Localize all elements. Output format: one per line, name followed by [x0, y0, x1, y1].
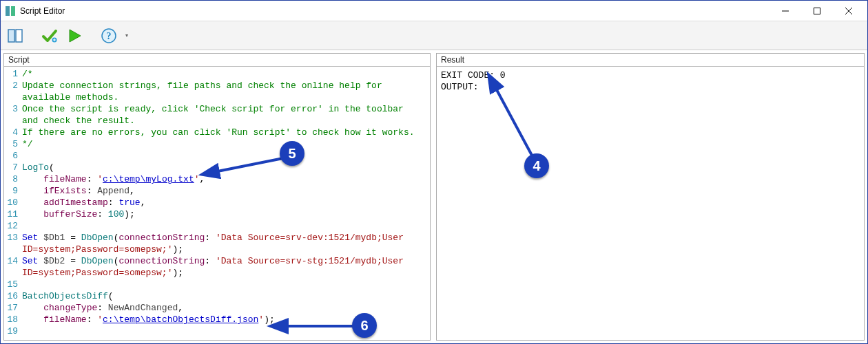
toggle-panel-button[interactable]	[5, 25, 25, 46]
line-number: 7	[4, 162, 22, 173]
line-number: 3	[4, 103, 22, 127]
close-button[interactable]	[833, 1, 865, 21]
code-content[interactable]	[22, 279, 430, 290]
script-panel-title: Script	[4, 54, 430, 66]
maximize-button[interactable]	[801, 1, 833, 21]
code-line[interactable]: 8 fileName: 'c:\temp\myLog.txt',	[4, 173, 430, 185]
content-area: Script 1/*2Update connection strings, fi…	[1, 50, 867, 343]
line-number: 2	[4, 80, 22, 103]
result-output: EXIT CODE: 0 OUTPUT:	[437, 66, 864, 340]
code-content[interactable]: fileName: 'c:\temp\myLog.txt',	[22, 173, 430, 185]
code-content[interactable]: */	[22, 138, 430, 150]
code-content[interactable]: Once the script is ready, click 'Check s…	[22, 103, 430, 127]
code-content[interactable]	[22, 220, 430, 232]
code-content[interactable]: If there are no errors, you can click 'R…	[22, 127, 430, 138]
code-content[interactable]: /*	[22, 68, 430, 80]
line-number: 16	[4, 290, 22, 302]
code-line[interactable]: 11 bufferSize: 100);	[4, 208, 430, 220]
code-content[interactable]: changeType: NewAndChanged,	[22, 302, 430, 314]
script-editor[interactable]: 1/*2Update connection strings, file path…	[4, 66, 430, 340]
help-button[interactable]: ?	[99, 25, 119, 46]
title-bar: Script Editor	[1, 1, 867, 21]
code-line[interactable]: 6	[4, 150, 430, 162]
line-number: 14	[4, 255, 22, 279]
code-line[interactable]: 3Once the script is ready, click 'Check …	[4, 103, 430, 127]
code-line[interactable]: 4If there are no errors, you can click '…	[4, 127, 430, 138]
line-number: 5	[4, 138, 22, 150]
code-content[interactable]: ifExists: Append,	[22, 185, 430, 197]
line-number: 8	[4, 173, 22, 185]
code-line[interactable]: 17 changeType: NewAndChanged,	[4, 302, 430, 314]
result-panel: Result EXIT CODE: 0 OUTPUT:	[436, 53, 865, 341]
code-content[interactable]	[22, 325, 430, 337]
line-number: 10	[4, 197, 22, 208]
toolbar-overflow[interactable]: ▾	[123, 25, 130, 46]
code-line[interactable]: 15	[4, 279, 430, 290]
line-number: 11	[4, 208, 22, 220]
line-number: 1	[4, 68, 22, 80]
code-content[interactable]: LogTo(	[22, 162, 430, 173]
svg-rect-6	[8, 30, 14, 42]
svg-text:?: ?	[107, 31, 112, 41]
code-content[interactable]: Set $Db1 = DbOpen(connectionString: 'Dat…	[22, 232, 430, 255]
line-number: 4	[4, 127, 22, 138]
code-line[interactable]: 9 ifExists: Append,	[4, 185, 430, 197]
line-number: 9	[4, 185, 22, 197]
line-number: 18	[4, 314, 22, 325]
code-line[interactable]: 2Update connection strings, file paths a…	[4, 80, 430, 103]
code-line[interactable]: 7LogTo(	[4, 162, 430, 173]
line-number: 13	[4, 232, 22, 255]
code-line[interactable]: 19	[4, 325, 430, 337]
line-number: 15	[4, 279, 22, 290]
result-panel-title: Result	[437, 54, 864, 66]
code-line[interactable]: 10 addTimestamp: true,	[4, 197, 430, 208]
line-number: 12	[4, 220, 22, 232]
svg-rect-3	[814, 8, 820, 14]
line-number: 6	[4, 150, 22, 162]
code-line[interactable]: 12	[4, 220, 430, 232]
code-line[interactable]: 14Set $Db2 = DbOpen(connectionString: 'D…	[4, 255, 430, 279]
minimize-button[interactable]	[769, 1, 801, 21]
svg-rect-7	[16, 30, 22, 42]
code-content[interactable]: Update connection strings, file paths an…	[22, 80, 430, 103]
code-line[interactable]: 13Set $Db1 = DbOpen(connectionString: 'D…	[4, 232, 430, 255]
code-content[interactable]: bufferSize: 100);	[22, 208, 430, 220]
app-icon	[5, 6, 16, 17]
code-line[interactable]: 18 fileName: 'c:\temp\batchObjectsDiff.j…	[4, 314, 430, 325]
svg-rect-0	[6, 6, 10, 16]
run-script-button[interactable]	[64, 25, 85, 46]
toolbar: ? ▾	[1, 21, 867, 50]
window-controls	[769, 1, 865, 21]
code-content[interactable]: BatchObjectsDiff(	[22, 290, 430, 302]
svg-rect-1	[11, 6, 15, 16]
window-title: Script Editor	[20, 6, 769, 16]
line-number: 19	[4, 325, 22, 337]
code-content[interactable]: Set $Db2 = DbOpen(connectionString: 'Dat…	[22, 255, 430, 279]
code-content[interactable]: fileName: 'c:\temp\batchObjectsDiff.json…	[22, 314, 430, 325]
code-content[interactable]	[22, 150, 430, 162]
code-content[interactable]: addTimestamp: true,	[22, 197, 430, 208]
check-script-button[interactable]	[39, 25, 60, 46]
code-line[interactable]: 16BatchObjectsDiff(	[4, 290, 430, 302]
script-panel: Script 1/*2Update connection strings, fi…	[3, 53, 431, 341]
code-line[interactable]: 5*/	[4, 138, 430, 150]
code-line[interactable]: 1/*	[4, 68, 430, 80]
line-number: 17	[4, 302, 22, 314]
